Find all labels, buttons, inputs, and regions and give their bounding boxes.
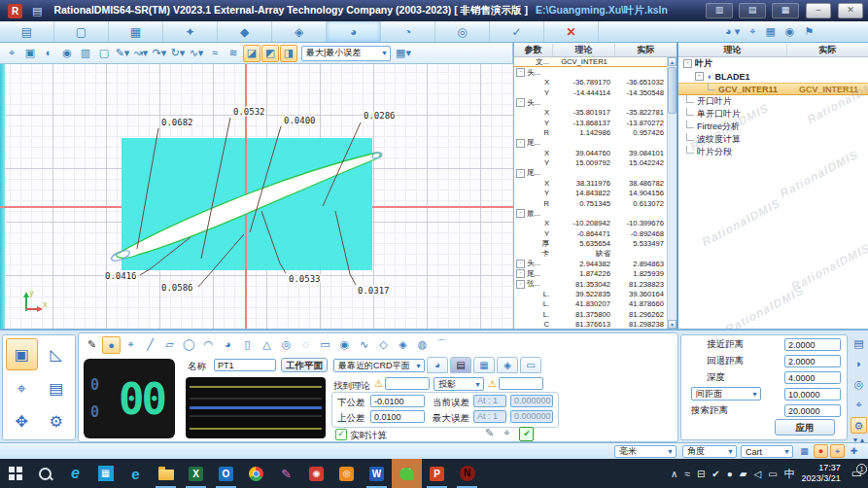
panel-tab-graph-tab[interactable]: ▤: [450, 357, 471, 373]
taskbar-start[interactable]: [0, 459, 30, 488]
error-mode-combo[interactable]: 最大|最小误差 ▼: [301, 46, 391, 61]
taskbar-search[interactable]: [30, 459, 60, 488]
target-side-button[interactable]: ⌖: [851, 397, 867, 413]
view-tool-camera-view[interactable]: ◉: [785, 25, 795, 38]
tool-status-button[interactable]: ✚: [847, 444, 861, 458]
table-row[interactable]: X38.31197638.486782: [514, 178, 668, 188]
collapse-icon[interactable]: -: [516, 169, 525, 178]
taskbar-wechat[interactable]: [392, 459, 422, 488]
view-tool-axes-view[interactable]: ⌖: [749, 25, 755, 38]
tree-item-root[interactable]: - 叶片: [678, 57, 868, 70]
close-button[interactable]: ✕: [838, 3, 863, 18]
probe-side-button[interactable]: ◗: [851, 356, 867, 372]
geom-slot[interactable]: ◌: [296, 336, 315, 354]
app-icon[interactable]: R: [8, 4, 22, 18]
table-row[interactable]: Y-14.444114-14.350548: [514, 87, 668, 97]
tree-item-5[interactable]: 叶片分段: [678, 146, 868, 158]
actual-col-header[interactable]: 实际: [615, 44, 677, 56]
table-row[interactable]: Y-0.864471-0.892468: [514, 228, 668, 238]
tree-item-4[interactable]: 波纹度计算: [678, 133, 868, 146]
ruler-tool-button[interactable]: ◺: [41, 338, 73, 370]
table-row[interactable]: X-35.801917-35.822781: [514, 108, 668, 118]
collapse-icon[interactable]: -: [516, 98, 525, 107]
toolbar-view-box[interactable]: ▥: [77, 45, 94, 62]
feature-name-input[interactable]: [214, 359, 276, 371]
table-row[interactable]: -尾...: [514, 168, 668, 178]
ribbon-tab-view[interactable]: ◕: [327, 21, 381, 42]
toolbar-curve-wave[interactable]: ∿▾: [188, 45, 205, 62]
geom-torus[interactable]: ◎: [277, 336, 295, 354]
minimize-button[interactable]: –: [806, 3, 831, 18]
table-row[interactable]: -最...: [514, 208, 668, 218]
find-theoretical-input-2[interactable]: [499, 377, 543, 390]
table-row[interactable]: -头...: [514, 97, 668, 107]
geom-curve[interactable]: ∿: [355, 336, 373, 354]
taskbar-photos-app[interactable]: ▦: [90, 459, 121, 488]
table-row[interactable]: 卡缺省: [514, 249, 668, 259]
taskbar-outlook[interactable]: O: [211, 459, 241, 488]
toolbar-pan[interactable]: ◐: [40, 45, 57, 62]
taskbar-security-360[interactable]: ◉: [301, 459, 331, 488]
workplane-button[interactable]: 工作平面: [281, 358, 328, 372]
spacing-mode-combo[interactable]: 间距面 ▼: [691, 387, 761, 401]
ribbon-tab-exit[interactable]: ✕: [544, 21, 599, 42]
scroll-up-icon[interactable]: ▲: [668, 57, 677, 66]
coordinate-combo[interactable]: Cart ▼: [741, 445, 793, 458]
params-scrollbar[interactable]: ▲ ▼: [667, 57, 677, 329]
settings-side-button[interactable]: ⚙: [851, 417, 867, 434]
table-row[interactable]: -头...: [514, 67, 668, 77]
table-row[interactable]: Y15.00979215.042242: [514, 158, 668, 168]
table-row[interactable]: Y14.84382214.904156: [514, 189, 668, 198]
collapse-icon[interactable]: -: [516, 269, 525, 278]
geom-line[interactable]: ╱: [141, 336, 159, 354]
panel-tab-quick-probe[interactable]: ◕: [427, 357, 448, 373]
ribbon-tab-report[interactable]: ▦: [109, 21, 163, 42]
ribbon-tab-evaluate[interactable]: ◔: [381, 21, 435, 42]
probe-ball-button[interactable]: ●: [814, 444, 828, 458]
table-row[interactable]: X-36.789170-36.651032: [514, 78, 668, 87]
probe-tool-button[interactable]: ⌖: [6, 373, 38, 403]
collapse-icon[interactable]: -: [516, 139, 525, 148]
tray-message[interactable]: ●: [727, 469, 733, 479]
solve-mode-combo[interactable]: 最靠近的CRD平面 ▼: [333, 359, 425, 372]
theoretical-col-header[interactable]: 理论: [553, 44, 615, 56]
probe-compensate-button[interactable]: ⌖: [503, 427, 509, 441]
view-tool-label-view[interactable]: ⚑: [804, 25, 814, 38]
projection-combo[interactable]: 投影 ▼: [434, 377, 484, 391]
search-distance-input[interactable]: 20.0000: [784, 404, 841, 417]
taskbar-rationaldmis[interactable]: N: [452, 459, 482, 488]
table-row[interactable]: 厚5.6356545.533497: [514, 238, 668, 248]
taskbar-edge[interactable]: e: [121, 459, 151, 488]
table-row[interactable]: X39.04476039.084101: [514, 148, 668, 157]
tray-wechat[interactable]: ✔: [712, 469, 719, 479]
edit-report-button[interactable]: ✎: [485, 427, 494, 441]
table-row[interactable]: -弦...81.35304281.238823: [514, 279, 668, 289]
table-row[interactable]: Y-13.868137-13.870272: [514, 118, 668, 127]
toolbar-screen[interactable]: ▢: [95, 45, 113, 62]
collapse-icon[interactable]: -: [516, 68, 525, 77]
tree-theoretical-header[interactable]: 理论: [678, 44, 787, 56]
settings-input[interactable]: 2.0000: [784, 355, 841, 367]
view-tool-probe-view[interactable]: ◕ ▾: [725, 25, 740, 38]
table-row[interactable]: L.81.37580081.296262: [514, 309, 668, 319]
scroll-down-icon[interactable]: ▼: [668, 320, 677, 329]
ribbon-tab-document[interactable]: ▢: [54, 21, 109, 42]
geom-disc[interactable]: ◉: [335, 336, 354, 354]
box-measure-button[interactable]: ▤: [41, 373, 73, 403]
ribbon-tab-measure[interactable]: ◆: [218, 21, 272, 42]
grid-toggle-button[interactable]: ▦: [797, 444, 812, 458]
scrollbar-thumb[interactable]: [668, 67, 677, 114]
machine-tool-button[interactable]: ⚙: [41, 406, 73, 436]
find-theoretical-input[interactable]: [385, 377, 430, 390]
geom-circle[interactable]: ◯: [180, 336, 198, 354]
toolbar-scan-closed[interactable]: ≋: [225, 45, 242, 62]
taskbar-file-explorer[interactable]: [151, 459, 181, 488]
tree-item-blade[interactable]: - ◗ BLADE1: [678, 70, 868, 83]
table-row[interactable]: L.39.52283539.360164: [514, 289, 668, 298]
panel-tab-monitor-tab[interactable]: ▭: [520, 357, 541, 373]
tree-item-2[interactable]: 单开口叶片: [678, 108, 868, 121]
taskbar-internet-explorer[interactable]: e: [60, 459, 90, 488]
geom-cylinder[interactable]: ▯: [238, 336, 257, 354]
tray-touch[interactable]: ≈: [684, 469, 690, 479]
ribbon-tab-tools[interactable]: ✦: [163, 21, 218, 42]
